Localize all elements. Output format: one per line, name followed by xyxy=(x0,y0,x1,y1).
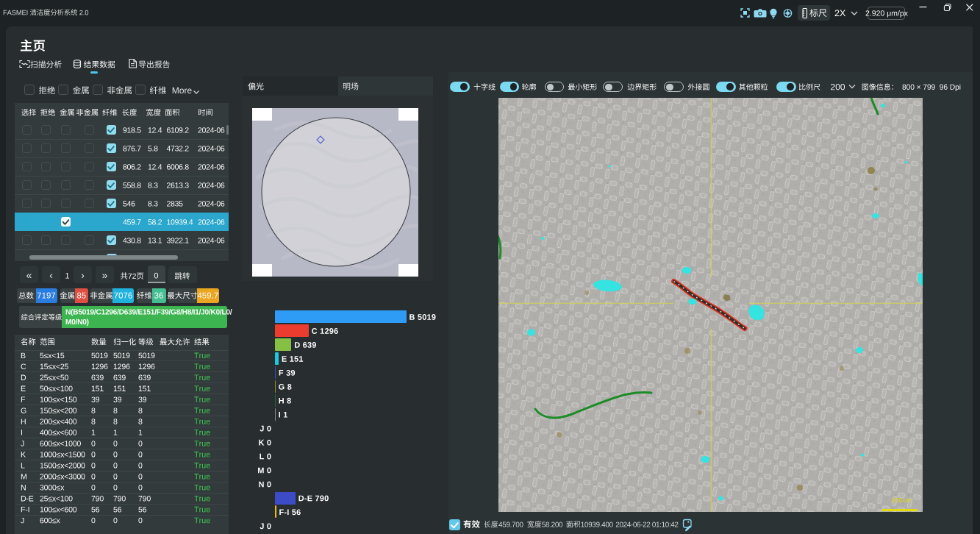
svg-text:200um: 200um xyxy=(891,496,912,504)
